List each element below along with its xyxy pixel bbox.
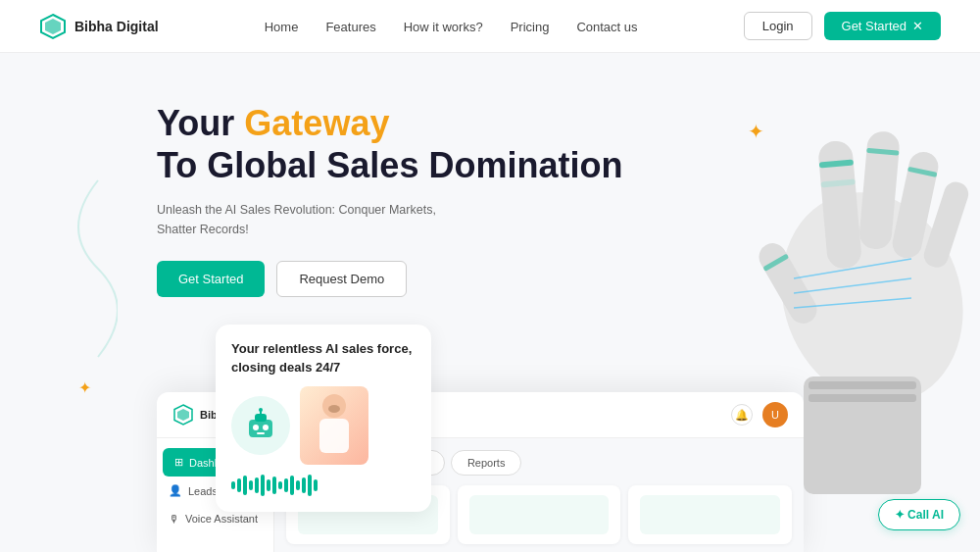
person-image xyxy=(300,386,368,465)
svg-point-8 xyxy=(259,408,263,412)
nav-home[interactable]: Home xyxy=(265,18,299,35)
gateway-word: Gateway xyxy=(244,103,389,143)
wave-bar xyxy=(267,479,270,491)
nav-links: Home Features How it works? Pricing Cont… xyxy=(265,18,638,35)
wave-bar xyxy=(308,475,312,496)
wave-bar xyxy=(272,477,276,494)
svg-rect-6 xyxy=(257,432,265,434)
wave-bar xyxy=(255,477,259,493)
svg-rect-28 xyxy=(808,394,916,402)
get-started-hero-button[interactable]: Get Started xyxy=(157,261,265,297)
curve-decoration xyxy=(39,171,118,367)
svg-rect-27 xyxy=(808,381,916,389)
hero-subtitle: Unleash the AI Sales Revolution: Conquer… xyxy=(157,200,451,239)
svg-point-5 xyxy=(263,425,269,430)
svg-point-4 xyxy=(253,425,259,430)
hero-title-line1: Your Gateway xyxy=(157,102,627,144)
wave-bar xyxy=(314,479,318,491)
nav-pricing[interactable]: Pricing xyxy=(511,18,550,35)
nav-features[interactable]: Features xyxy=(325,18,375,35)
robot-hand-image xyxy=(617,82,980,475)
wave-bar xyxy=(249,480,253,490)
wave-bar xyxy=(302,477,306,493)
svg-rect-2 xyxy=(249,420,272,437)
hero-content: Your Gateway To Global Sales Domination … xyxy=(157,92,627,552)
mini-card-title: Your relentless AI sales force, closing … xyxy=(231,340,416,376)
call-ai-button[interactable]: ✦ Call AI xyxy=(878,499,960,530)
svg-point-11 xyxy=(328,405,340,413)
get-started-nav-button[interactable]: Get Started ✕ xyxy=(824,12,941,40)
nav-contact[interactable]: Contact us xyxy=(576,18,637,35)
logo-icon xyxy=(39,13,67,40)
wave-bar xyxy=(243,476,247,495)
svg-marker-1 xyxy=(45,19,61,34)
stat-card-3 xyxy=(628,485,792,544)
hero-section: ✦ ✦ Your Gateway To Global Sales Dominat… xyxy=(0,53,980,552)
wave-bar xyxy=(296,480,300,490)
request-demo-button[interactable]: Request Demo xyxy=(276,261,407,297)
wave-bar xyxy=(261,475,265,496)
login-button[interactable]: Login xyxy=(744,12,812,40)
hero-title-line2: To Global Sales Domination xyxy=(157,144,627,186)
wave-bar xyxy=(231,481,235,489)
wave-bar xyxy=(278,481,282,489)
wave-bar xyxy=(237,478,241,492)
logo: Bibha Digital xyxy=(39,13,159,40)
wave-bar xyxy=(284,478,288,492)
brand-name: Bibha Digital xyxy=(74,19,159,34)
hero-buttons: Get Started Request Demo xyxy=(157,261,627,297)
star-decoration-top: ✦ xyxy=(748,120,764,143)
wave-bar xyxy=(290,476,294,495)
robot-icon xyxy=(231,396,290,455)
mini-sales-card: Your relentless AI sales force, closing … xyxy=(216,325,431,511)
mini-card-body xyxy=(231,386,416,465)
navbar: Bibha Digital Home Features How it works… xyxy=(0,0,980,53)
svg-rect-10 xyxy=(319,419,349,453)
star-decoration-bottom: ✦ xyxy=(78,378,91,397)
svg-rect-3 xyxy=(255,414,267,422)
nav-actions: Login Get Started ✕ xyxy=(744,12,941,40)
waveform xyxy=(231,475,416,496)
nav-how-it-works[interactable]: How it works? xyxy=(404,18,483,35)
